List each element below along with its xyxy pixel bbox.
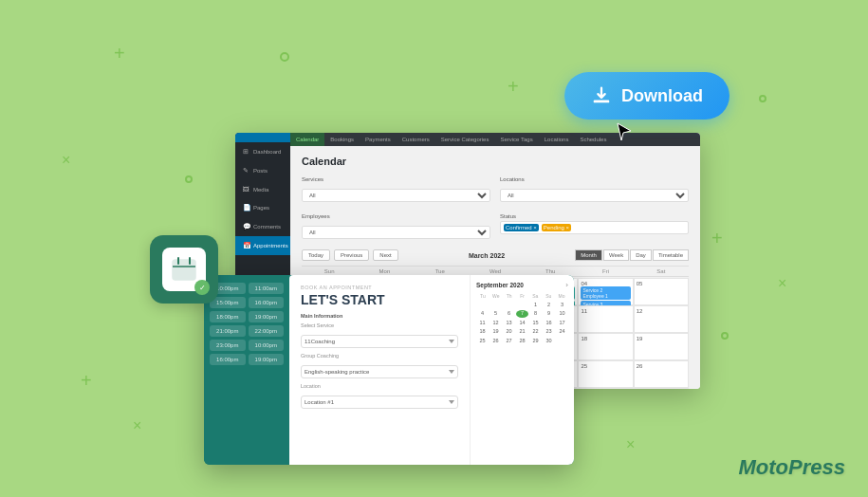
cal-day[interactable]: 29 [529,337,542,345]
cal-cell[interactable]: 11 [578,305,633,333]
cal-day[interactable]: 27 [503,337,515,345]
cal-cell[interactable]: 12 [634,305,689,333]
deco-circle-2 [759,95,766,102]
motopress-logo: MotoPress [739,455,845,480]
cal-day[interactable]: 6 [503,310,515,319]
cal-cell[interactable]: 05 [634,278,689,305]
time-slot[interactable]: 19:00pm [249,311,285,322]
view-day[interactable]: Day [630,249,652,261]
svg-rect-1 [173,260,195,280]
cal-day[interactable]: 14 [516,319,528,327]
submenu-calendar[interactable]: Calendar [290,133,324,146]
time-slot[interactable]: 10:00pm [249,340,285,351]
submenu-service-categories[interactable]: Service Categories [435,133,495,146]
time-slot[interactable]: 18:00pm [210,311,246,322]
sidebar-item-posts[interactable]: ✎ Posts [235,161,290,180]
calendar-svg-icon [171,256,197,283]
sidebar-item-dashboard[interactable]: ⊞ Dashboard [235,142,290,161]
cal-cell[interactable]: 25 [578,360,633,388]
view-month[interactable]: Month [575,249,602,261]
previous-button[interactable]: Previous [334,249,369,261]
cal-cell[interactable]: 19 [634,333,689,360]
comments-icon: 💬 [243,223,250,230]
time-slots-panel: 10:00pm 11:00am 15:00pm 16:00pm 18:00pm … [204,275,289,465]
cal-day[interactable]: 25 [476,337,489,345]
services-select[interactable]: All [302,189,490,202]
cal-day[interactable]: 8 [529,310,542,319]
group-coaching-select[interactable]: English-speaking practice [301,365,458,378]
cal-cell[interactable]: 26 [634,360,689,388]
cal-day[interactable]: 10 [556,310,568,319]
wp-page-title: Calendar [290,146,700,173]
view-timetable[interactable]: Timetable [653,249,689,261]
time-slot[interactable]: 23:00pm [210,340,246,351]
cal-cell[interactable]: 18 [578,333,633,360]
mini-cal-days-header: Tu We Th Fr Sa Su Mo [476,293,568,299]
next-button[interactable]: Next [373,249,397,261]
cal-day[interactable]: 28 [516,337,528,345]
submenu-bookings[interactable]: Bookings [324,133,360,146]
cal-day[interactable]: 5 [489,310,502,319]
mini-calendar: September 2020 › Tu We Th Fr Sa Su Mo 1 … [470,275,574,465]
cal-day[interactable]: 18 [476,328,489,337]
cal-day[interactable]: 3 [556,301,568,309]
cal-day[interactable]: 1 [529,301,542,309]
filter-locations: Locations All [500,176,689,202]
download-button[interactable]: Download [564,72,729,120]
cal-day[interactable]: 11 [476,319,489,327]
time-slot[interactable]: 19:00pm [249,354,285,365]
cal-day[interactable]: 16 [543,319,555,327]
submenu-schedules[interactable]: Schedules [574,133,612,146]
cal-cell[interactable]: 04 Service 2Employee 1 Service 3Employee… [578,278,633,305]
time-slot[interactable]: 11:00am [249,283,285,294]
cal-day[interactable]: 15 [529,319,542,327]
time-slot[interactable]: 16:00pm [210,354,246,365]
cal-day[interactable]: 4 [476,310,489,319]
deco-circle-1 [280,52,289,62]
mini-cal-next[interactable]: › [565,281,568,289]
service-select[interactable]: 11Coaching [301,335,458,348]
time-slot[interactable]: 22:00pm [249,325,285,337]
sidebar-item-media[interactable]: 🖼 Media [235,180,290,198]
mini-cal-title: September 2020 [476,282,524,288]
service-field-label: Select Service [301,322,458,328]
submenu-service-tags[interactable]: Service Tags [494,133,538,146]
employees-select[interactable]: All [302,226,490,239]
location-select[interactable]: Location #1 [301,396,458,409]
view-week[interactable]: Week [603,249,629,261]
cal-day[interactable]: 23 [543,328,555,337]
today-button[interactable]: Today [302,249,330,261]
sidebar-item-appointments[interactable]: 📅 Appointments [235,236,290,255]
cal-cell[interactable]: 02 [634,388,689,389]
submenu-customers[interactable]: Customers [397,133,435,146]
cal-day[interactable]: 22 [529,328,542,337]
cal-day[interactable]: 2 [543,301,555,309]
submenu-locations[interactable]: Locations [539,133,575,146]
cal-day[interactable]: 20 [503,328,515,337]
sidebar-item-comments[interactable]: 💬 Comments [235,217,290,236]
download-label: Download [621,86,703,106]
cal-cell[interactable]: 01 [578,388,633,389]
cal-day[interactable]: 17 [556,319,568,327]
cal-day[interactable]: 21 [516,328,528,337]
sidebar-item-pages[interactable]: 📄 Pages [235,198,290,217]
deco-plus-4: + [81,370,92,392]
download-icon [591,85,612,106]
cal-day[interactable]: 30 [543,337,555,345]
cal-day[interactable]: 9 [543,310,555,319]
deco-plus-3: + [711,228,723,249]
check-badge: ✓ [194,280,210,295]
locations-select[interactable]: All [500,189,689,202]
appointments-icon: 📅 [243,242,250,249]
cal-day[interactable]: 24 [556,328,568,337]
submenu-payments[interactable]: Payments [360,133,397,146]
cal-day[interactable]: 12 [489,319,502,327]
cal-day-selected[interactable]: 7 [516,310,528,319]
cal-day[interactable]: 26 [489,337,502,345]
cal-day[interactable]: 19 [489,328,502,337]
deco-x-3: × [626,436,635,453]
status-pending: Pending × [542,224,571,231]
time-slot[interactable]: 16:00pm [249,297,285,308]
cal-day[interactable]: 13 [503,319,515,327]
time-slot[interactable]: 21:00pm [210,325,246,337]
